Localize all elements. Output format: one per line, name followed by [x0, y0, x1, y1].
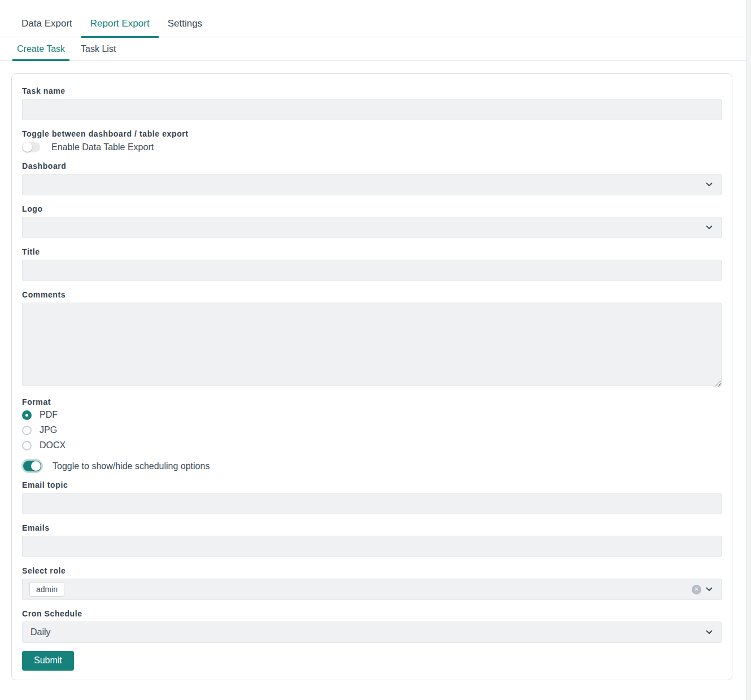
task-name-label: Task name [22, 86, 722, 95]
emails-input[interactable] [22, 536, 722, 557]
cron-schedule-label: Cron Schedule [22, 609, 722, 618]
sub-tabs: Create Task Task List [0, 37, 746, 61]
scheduling-toggle-row: Toggle to show/hide scheduling options [23, 461, 722, 471]
dashboard-select[interactable] [22, 174, 722, 195]
tab-report-export[interactable]: Report Export [81, 14, 159, 37]
format-option-label: JPG [40, 425, 57, 435]
chevron-down-icon [705, 180, 714, 189]
scheduling-toggle-text: Toggle to show/hide scheduling options [53, 461, 209, 471]
format-option-pdf[interactable]: PDF [22, 410, 722, 420]
title-input[interactable] [22, 260, 722, 281]
title-label: Title [22, 247, 722, 256]
chevron-down-icon [705, 223, 714, 232]
table-export-toggle-row: Enable Data Table Export [22, 142, 722, 152]
cron-schedule-select[interactable]: Daily [22, 622, 722, 643]
scheduling-toggle[interactable] [23, 461, 41, 471]
radio-unselected-icon[interactable] [22, 426, 32, 435]
email-topic-label: Email topic [22, 480, 722, 489]
format-option-label: PDF [40, 410, 58, 420]
format-option-label: DOCX [40, 440, 66, 450]
toggle-knob [23, 142, 32, 152]
subtab-create-task[interactable]: Create Task [12, 37, 69, 60]
tab-data-export[interactable]: Data Export [12, 14, 81, 37]
vertical-scrollbar[interactable] [746, 0, 751, 700]
emails-label: Emails [22, 523, 722, 532]
dashboard-label: Dashboard [22, 161, 722, 170]
main-tabs: Data Export Report Export Settings [0, 14, 746, 37]
format-label: Format [22, 397, 722, 406]
table-export-toggle-text: Enable Data Table Export [51, 142, 154, 152]
chevron-down-icon [705, 585, 714, 594]
task-name-input[interactable] [22, 99, 722, 120]
radio-unselected-icon[interactable] [22, 441, 32, 450]
create-task-form: Task name Toggle between dashboard / tab… [11, 73, 732, 680]
logo-select[interactable] [22, 217, 722, 238]
role-multiselect[interactable]: admin ✕ [22, 579, 722, 600]
table-export-toggle[interactable] [22, 142, 40, 152]
toggle-knob [31, 461, 41, 471]
cron-schedule-value: Daily [30, 627, 705, 637]
chevron-down-icon [705, 628, 714, 637]
subtab-task-list[interactable]: Task List [76, 37, 120, 60]
logo-label: Logo [22, 204, 722, 213]
format-option-docx[interactable]: DOCX [22, 440, 722, 450]
radio-selected-icon[interactable] [22, 410, 32, 420]
clear-selection-icon[interactable]: ✕ [692, 585, 701, 594]
submit-button[interactable]: Submit [22, 651, 74, 671]
tab-settings[interactable]: Settings [159, 14, 211, 37]
format-option-jpg[interactable]: JPG [22, 425, 722, 435]
comments-textarea[interactable] [22, 303, 722, 386]
export-mode-label: Toggle between dashboard / table export [22, 129, 722, 138]
comments-label: Comments [22, 290, 722, 299]
role-chip-admin[interactable]: admin [29, 582, 64, 597]
select-role-label: Select role [22, 566, 722, 575]
email-topic-input[interactable] [22, 493, 722, 514]
